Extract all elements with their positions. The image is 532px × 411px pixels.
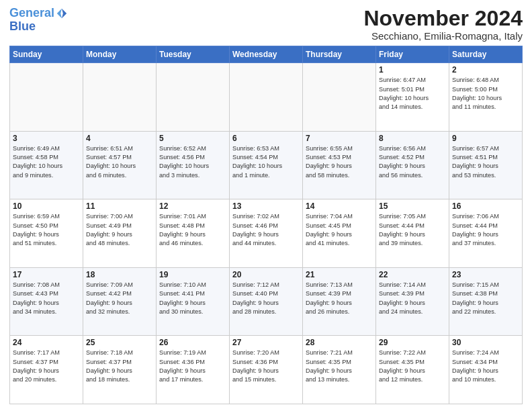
day-info: Sunrise: 6:53 AM Sunset: 4:54 PM Dayligh…	[232, 144, 300, 180]
day-info: Sunrise: 7:06 AM Sunset: 4:44 PM Dayligh…	[452, 212, 519, 248]
day-info: Sunrise: 6:59 AM Sunset: 4:50 PM Dayligh…	[13, 212, 80, 248]
weekday-header: Saturday	[449, 46, 523, 63]
weekday-header: Tuesday	[157, 46, 230, 63]
day-number: 12	[159, 201, 226, 211]
calendar-cell: 4Sunrise: 6:51 AM Sunset: 4:57 PM Daylig…	[83, 131, 157, 199]
day-info: Sunrise: 6:48 AM Sunset: 5:00 PM Dayligh…	[452, 76, 519, 111]
calendar-cell: 14Sunrise: 7:04 AM Sunset: 4:45 PM Dayli…	[303, 199, 376, 268]
calendar-cell	[10, 63, 83, 132]
day-number: 18	[86, 270, 153, 279]
day-info: Sunrise: 7:22 AM Sunset: 4:35 PM Dayligh…	[379, 349, 446, 384]
day-number: 2	[452, 65, 519, 75]
calendar-cell: 30Sunrise: 7:24 AM Sunset: 4:34 PM Dayli…	[449, 336, 523, 404]
day-number: 19	[159, 270, 226, 279]
day-info: Sunrise: 7:00 AM Sunset: 4:49 PM Dayligh…	[86, 212, 153, 248]
day-info: Sunrise: 7:18 AM Sunset: 4:37 PM Dayligh…	[86, 349, 153, 384]
calendar-cell: 24Sunrise: 7:17 AM Sunset: 4:37 PM Dayli…	[10, 336, 83, 404]
location-title: Secchiano, Emilia-Romagna, Italy	[363, 30, 523, 42]
calendar-cell: 27Sunrise: 7:20 AM Sunset: 4:36 PM Dayli…	[230, 336, 303, 404]
day-info: Sunrise: 7:09 AM Sunset: 4:42 PM Dayligh…	[86, 281, 153, 316]
day-info: Sunrise: 6:55 AM Sunset: 4:53 PM Dayligh…	[306, 144, 373, 180]
day-number: 1	[379, 65, 446, 75]
day-number: 25	[86, 338, 153, 347]
logo-text-blue: Blue	[9, 20, 68, 34]
calendar-cell: 2Sunrise: 6:48 AM Sunset: 5:00 PM Daylig…	[449, 63, 523, 132]
calendar-cell	[83, 63, 157, 132]
calendar-cell: 20Sunrise: 7:12 AM Sunset: 4:40 PM Dayli…	[230, 267, 303, 336]
day-info: Sunrise: 7:04 AM Sunset: 4:45 PM Dayligh…	[306, 212, 373, 248]
calendar: SundayMondayTuesdayWednesdayThursdayFrid…	[9, 46, 523, 404]
calendar-cell: 17Sunrise: 7:08 AM Sunset: 4:43 PM Dayli…	[10, 267, 83, 336]
day-info: Sunrise: 6:52 AM Sunset: 4:56 PM Dayligh…	[159, 144, 226, 180]
calendar-cell: 1Sunrise: 6:47 AM Sunset: 5:01 PM Daylig…	[376, 63, 449, 132]
calendar-cell: 3Sunrise: 6:49 AM Sunset: 4:58 PM Daylig…	[10, 131, 83, 199]
weekday-header: Thursday	[303, 46, 376, 63]
day-info: Sunrise: 7:13 AM Sunset: 4:39 PM Dayligh…	[306, 281, 373, 316]
day-info: Sunrise: 6:51 AM Sunset: 4:57 PM Dayligh…	[86, 144, 153, 180]
logo-text: General	[9, 7, 54, 20]
day-number: 29	[379, 338, 446, 347]
day-number: 20	[232, 270, 300, 279]
day-number: 4	[86, 134, 153, 143]
day-number: 23	[452, 270, 519, 279]
calendar-cell: 13Sunrise: 7:02 AM Sunset: 4:46 PM Dayli…	[230, 199, 303, 268]
svg-marker-1	[57, 9, 62, 18]
calendar-cell: 21Sunrise: 7:13 AM Sunset: 4:39 PM Dayli…	[303, 267, 376, 336]
day-number: 21	[306, 270, 373, 279]
svg-marker-0	[62, 9, 66, 18]
calendar-cell: 8Sunrise: 6:56 AM Sunset: 4:52 PM Daylig…	[376, 131, 449, 199]
day-number: 26	[159, 338, 226, 347]
calendar-cell: 22Sunrise: 7:14 AM Sunset: 4:39 PM Dayli…	[376, 267, 449, 336]
day-number: 16	[452, 201, 519, 211]
day-number: 3	[13, 134, 80, 143]
calendar-cell: 6Sunrise: 6:53 AM Sunset: 4:54 PM Daylig…	[230, 131, 303, 199]
day-number: 22	[379, 270, 446, 279]
day-number: 7	[306, 134, 373, 143]
day-info: Sunrise: 7:12 AM Sunset: 4:40 PM Dayligh…	[232, 281, 300, 316]
day-info: Sunrise: 6:56 AM Sunset: 4:52 PM Dayligh…	[379, 144, 446, 180]
header: General Blue November 2024 Secchiano, Em…	[9, 7, 523, 42]
day-number: 27	[232, 338, 300, 347]
calendar-cell	[230, 63, 303, 132]
month-year-title: November 2024	[363, 7, 523, 30]
calendar-cell: 28Sunrise: 7:21 AM Sunset: 4:35 PM Dayli…	[303, 336, 376, 404]
calendar-cell: 9Sunrise: 6:57 AM Sunset: 4:51 PM Daylig…	[449, 131, 523, 199]
calendar-cell: 18Sunrise: 7:09 AM Sunset: 4:42 PM Dayli…	[83, 267, 157, 336]
day-info: Sunrise: 7:05 AM Sunset: 4:44 PM Dayligh…	[379, 212, 446, 248]
weekday-header: Sunday	[10, 46, 83, 63]
day-number: 5	[159, 134, 226, 143]
calendar-cell: 12Sunrise: 7:01 AM Sunset: 4:48 PM Dayli…	[157, 199, 230, 268]
calendar-cell	[303, 63, 376, 132]
day-number: 30	[452, 338, 519, 347]
day-info: Sunrise: 6:47 AM Sunset: 5:01 PM Dayligh…	[379, 76, 446, 111]
calendar-cell: 29Sunrise: 7:22 AM Sunset: 4:35 PM Dayli…	[376, 336, 449, 404]
day-number: 24	[13, 338, 80, 347]
title-block: November 2024 Secchiano, Emilia-Romagna,…	[363, 7, 523, 42]
day-info: Sunrise: 6:57 AM Sunset: 4:51 PM Dayligh…	[452, 144, 519, 180]
calendar-cell: 19Sunrise: 7:10 AM Sunset: 4:41 PM Dayli…	[157, 267, 230, 336]
day-number: 8	[379, 134, 446, 143]
day-info: Sunrise: 7:17 AM Sunset: 4:37 PM Dayligh…	[13, 349, 80, 384]
calendar-cell: 25Sunrise: 7:18 AM Sunset: 4:37 PM Dayli…	[83, 336, 157, 404]
calendar-cell: 26Sunrise: 7:19 AM Sunset: 4:36 PM Dayli…	[157, 336, 230, 404]
day-info: Sunrise: 7:14 AM Sunset: 4:39 PM Dayligh…	[379, 281, 446, 316]
calendar-week-row: 3Sunrise: 6:49 AM Sunset: 4:58 PM Daylig…	[10, 131, 523, 199]
logo: General Blue	[9, 7, 68, 34]
day-number: 28	[306, 338, 373, 347]
calendar-cell: 7Sunrise: 6:55 AM Sunset: 4:53 PM Daylig…	[303, 131, 376, 199]
calendar-cell: 10Sunrise: 6:59 AM Sunset: 4:50 PM Dayli…	[10, 199, 83, 268]
day-info: Sunrise: 7:20 AM Sunset: 4:36 PM Dayligh…	[232, 349, 300, 384]
day-number: 6	[232, 134, 300, 143]
calendar-cell: 23Sunrise: 7:15 AM Sunset: 4:38 PM Dayli…	[449, 267, 523, 336]
day-number: 17	[13, 270, 80, 279]
calendar-header-row: SundayMondayTuesdayWednesdayThursdayFrid…	[10, 46, 523, 63]
day-info: Sunrise: 7:08 AM Sunset: 4:43 PM Dayligh…	[13, 281, 80, 316]
day-number: 10	[13, 201, 80, 211]
logo-icon	[56, 7, 68, 19]
weekday-header: Friday	[376, 46, 449, 63]
day-info: Sunrise: 7:19 AM Sunset: 4:36 PM Dayligh…	[159, 349, 226, 384]
day-number: 14	[306, 201, 373, 211]
calendar-cell	[157, 63, 230, 132]
calendar-week-row: 10Sunrise: 6:59 AM Sunset: 4:50 PM Dayli…	[10, 199, 523, 268]
calendar-week-row: 24Sunrise: 7:17 AM Sunset: 4:37 PM Dayli…	[10, 336, 523, 404]
